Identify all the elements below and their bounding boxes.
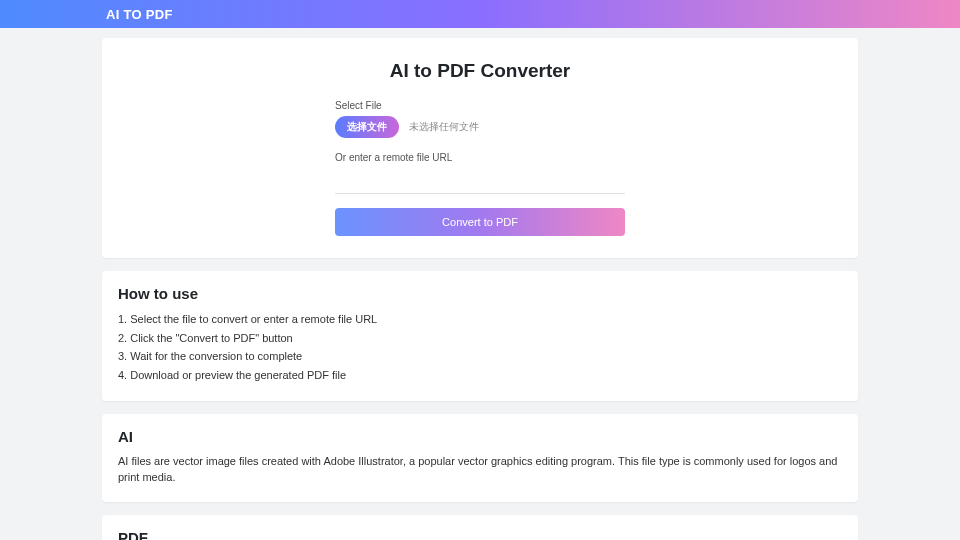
howto-card: How to use 1. Select the file to convert… bbox=[102, 271, 858, 401]
choose-file-button[interactable]: 选择文件 bbox=[335, 116, 399, 138]
pdf-title: PDF bbox=[118, 529, 842, 540]
form-area: Select File 选择文件 未选择任何文件 Or enter a remo… bbox=[335, 100, 625, 236]
ai-description: AI files are vector image files created … bbox=[118, 453, 842, 486]
file-row: 选择文件 未选择任何文件 bbox=[335, 116, 625, 138]
brand-title: AI TO PDF bbox=[106, 7, 173, 22]
ai-card: AI AI files are vector image files creat… bbox=[102, 414, 858, 502]
select-file-label: Select File bbox=[335, 100, 625, 111]
or-enter-url-label: Or enter a remote file URL bbox=[335, 152, 625, 163]
page-title: AI to PDF Converter bbox=[118, 60, 842, 82]
howto-list: 1. Select the file to convert or enter a… bbox=[118, 310, 842, 385]
topbar: AI TO PDF bbox=[0, 0, 960, 28]
howto-step: 4. Download or preview the generated PDF… bbox=[118, 366, 842, 385]
main-container: AI to PDF Converter Select File 选择文件 未选择… bbox=[102, 38, 858, 540]
howto-step: 3. Wait for the conversion to complete bbox=[118, 347, 842, 366]
pdf-card: PDF PDF is a document file format that c… bbox=[102, 515, 858, 540]
converter-card: AI to PDF Converter Select File 选择文件 未选择… bbox=[102, 38, 858, 258]
convert-button[interactable]: Convert to PDF bbox=[335, 208, 625, 236]
ai-title: AI bbox=[118, 428, 842, 445]
howto-step: 1. Select the file to convert or enter a… bbox=[118, 310, 842, 329]
file-status-text: 未选择任何文件 bbox=[409, 120, 479, 134]
howto-title: How to use bbox=[118, 285, 842, 302]
remote-url-input[interactable] bbox=[335, 173, 625, 194]
howto-step: 2. Click the "Convert to PDF" button bbox=[118, 329, 842, 348]
